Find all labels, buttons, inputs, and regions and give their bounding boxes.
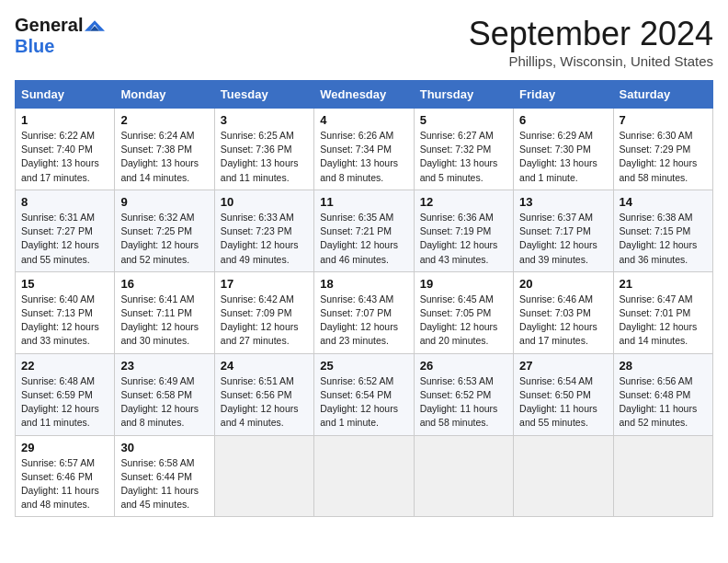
day-info: Sunrise: 6:25 AMSunset: 7:36 PMDaylight:…	[221, 129, 308, 185]
day-info: Sunrise: 6:52 AMSunset: 6:54 PMDaylight:…	[320, 374, 407, 431]
day-number: 25	[320, 359, 407, 373]
day-number: 5	[420, 113, 507, 127]
calendar-week-3: 15Sunrise: 6:40 AMSunset: 7:13 PMDayligh…	[16, 271, 713, 353]
day-number: 11	[320, 195, 407, 209]
calendar-cell: 19Sunrise: 6:45 AMSunset: 7:05 PMDayligh…	[414, 271, 513, 353]
calendar-cell: 20Sunrise: 6:46 AMSunset: 7:03 PMDayligh…	[514, 271, 613, 353]
day-number: 20	[519, 277, 607, 291]
calendar-cell: 8Sunrise: 6:31 AMSunset: 7:27 PMDaylight…	[16, 190, 115, 271]
calendar-header-sunday: Sunday	[16, 81, 115, 109]
calendar-week-2: 8Sunrise: 6:31 AMSunset: 7:27 PMDaylight…	[16, 190, 713, 271]
day-info: Sunrise: 6:30 AMSunset: 7:29 PMDaylight:…	[620, 129, 707, 185]
day-number: 24	[221, 359, 308, 373]
day-info: Sunrise: 6:49 AMSunset: 6:58 PMDaylight:…	[120, 374, 208, 431]
day-info: Sunrise: 6:54 AMSunset: 6:50 PMDaylight:…	[519, 374, 607, 431]
day-info: Sunrise: 6:42 AMSunset: 7:09 PMDaylight:…	[221, 293, 308, 349]
day-number: 8	[21, 195, 108, 209]
logo: General Blue	[15, 15, 105, 57]
day-number: 1	[21, 113, 108, 127]
day-number: 30	[120, 441, 208, 454]
calendar-cell: 30Sunrise: 6:58 AMSunset: 6:44 PMDayligh…	[115, 435, 214, 517]
day-info: Sunrise: 6:56 AMSunset: 6:48 PMDaylight:…	[620, 374, 707, 431]
calendar-cell: 17Sunrise: 6:42 AMSunset: 7:09 PMDayligh…	[214, 271, 313, 353]
day-number: 18	[320, 277, 407, 291]
calendar-header-monday: Monday	[115, 81, 214, 109]
calendar-header-thursday: Thursday	[414, 81, 513, 109]
day-info: Sunrise: 6:24 AMSunset: 7:38 PMDaylight:…	[120, 129, 208, 185]
calendar-cell: 5Sunrise: 6:27 AMSunset: 7:32 PMDaylight…	[414, 109, 513, 190]
day-number: 13	[519, 195, 607, 209]
calendar-cell: 6Sunrise: 6:29 AMSunset: 7:30 PMDaylight…	[514, 109, 613, 190]
month-title: September 2024	[469, 15, 713, 53]
calendar-cell: 16Sunrise: 6:41 AMSunset: 7:11 PMDayligh…	[115, 271, 214, 353]
calendar-header-friday: Friday	[514, 81, 613, 109]
day-number: 27	[519, 359, 607, 373]
day-info: Sunrise: 6:33 AMSunset: 7:23 PMDaylight:…	[221, 211, 308, 267]
calendar-cell: 15Sunrise: 6:40 AMSunset: 7:13 PMDayligh…	[16, 271, 115, 353]
logo-blue: Blue	[15, 36, 54, 57]
calendar-cell	[314, 435, 414, 517]
day-number: 6	[519, 113, 607, 127]
header: General Blue September 2024 Phillips, Wi…	[15, 15, 713, 69]
calendar-cell: 28Sunrise: 6:56 AMSunset: 6:48 PMDayligh…	[613, 353, 712, 435]
calendar-cell: 4Sunrise: 6:26 AMSunset: 7:34 PMDaylight…	[314, 109, 414, 190]
calendar-cell: 25Sunrise: 6:52 AMSunset: 6:54 PMDayligh…	[314, 353, 414, 435]
calendar-cell: 14Sunrise: 6:38 AMSunset: 7:15 PMDayligh…	[613, 190, 712, 271]
calendar-cell: 12Sunrise: 6:36 AMSunset: 7:19 PMDayligh…	[414, 190, 513, 271]
calendar-cell: 29Sunrise: 6:57 AMSunset: 6:46 PMDayligh…	[16, 435, 115, 517]
day-info: Sunrise: 6:22 AMSunset: 7:40 PMDaylight:…	[21, 129, 108, 185]
day-info: Sunrise: 6:35 AMSunset: 7:21 PMDaylight:…	[320, 211, 407, 267]
day-info: Sunrise: 6:43 AMSunset: 7:07 PMDaylight:…	[320, 293, 407, 349]
day-info: Sunrise: 6:45 AMSunset: 7:05 PMDaylight:…	[420, 293, 507, 349]
day-info: Sunrise: 6:46 AMSunset: 7:03 PMDaylight:…	[519, 293, 607, 349]
calendar-cell: 7Sunrise: 6:30 AMSunset: 7:29 PMDaylight…	[613, 109, 712, 190]
calendar-cell: 1Sunrise: 6:22 AMSunset: 7:40 PMDaylight…	[16, 109, 115, 190]
day-number: 3	[221, 113, 308, 127]
day-info: Sunrise: 6:36 AMSunset: 7:19 PMDaylight:…	[420, 211, 507, 267]
calendar-header-row: SundayMondayTuesdayWednesdayThursdayFrid…	[16, 81, 713, 109]
day-info: Sunrise: 6:57 AMSunset: 6:46 PMDaylight:…	[21, 456, 108, 512]
day-info: Sunrise: 6:47 AMSunset: 7:01 PMDaylight:…	[620, 293, 707, 349]
day-info: Sunrise: 6:53 AMSunset: 6:52 PMDaylight:…	[420, 374, 507, 431]
calendar-cell: 22Sunrise: 6:48 AMSunset: 6:59 PMDayligh…	[16, 353, 115, 435]
calendar-cell: 2Sunrise: 6:24 AMSunset: 7:38 PMDaylight…	[115, 109, 214, 190]
day-info: Sunrise: 6:51 AMSunset: 6:56 PMDaylight:…	[221, 374, 308, 431]
calendar-header-saturday: Saturday	[613, 81, 712, 109]
day-info: Sunrise: 6:48 AMSunset: 6:59 PMDaylight:…	[21, 374, 108, 431]
day-info: Sunrise: 6:27 AMSunset: 7:32 PMDaylight:…	[420, 129, 507, 185]
day-info: Sunrise: 6:40 AMSunset: 7:13 PMDaylight:…	[21, 293, 108, 349]
calendar-header-tuesday: Tuesday	[214, 81, 313, 109]
calendar-cell: 10Sunrise: 6:33 AMSunset: 7:23 PMDayligh…	[214, 190, 313, 271]
calendar-cell: 9Sunrise: 6:32 AMSunset: 7:25 PMDaylight…	[115, 190, 214, 271]
calendar-week-1: 1Sunrise: 6:22 AMSunset: 7:40 PMDaylight…	[16, 109, 713, 190]
calendar-cell: 21Sunrise: 6:47 AMSunset: 7:01 PMDayligh…	[613, 271, 712, 353]
title-area: September 2024 Phillips, Wisconsin, Unit…	[469, 15, 713, 69]
day-number: 10	[221, 195, 308, 209]
day-number: 26	[420, 359, 507, 373]
calendar-week-4: 22Sunrise: 6:48 AMSunset: 6:59 PMDayligh…	[16, 353, 713, 435]
day-number: 15	[21, 277, 108, 291]
day-number: 23	[120, 359, 208, 373]
calendar-cell: 11Sunrise: 6:35 AMSunset: 7:21 PMDayligh…	[314, 190, 414, 271]
day-info: Sunrise: 6:32 AMSunset: 7:25 PMDaylight:…	[120, 211, 208, 267]
logo-icon	[85, 17, 105, 34]
day-number: 7	[620, 113, 707, 127]
day-number: 12	[420, 195, 507, 209]
calendar-header-wednesday: Wednesday	[314, 81, 414, 109]
calendar-cell	[514, 435, 613, 517]
day-number: 9	[120, 195, 208, 209]
calendar-cell: 18Sunrise: 6:43 AMSunset: 7:07 PMDayligh…	[314, 271, 414, 353]
day-number: 17	[221, 277, 308, 291]
day-number: 28	[620, 359, 707, 373]
calendar-cell: 26Sunrise: 6:53 AMSunset: 6:52 PMDayligh…	[414, 353, 513, 435]
day-number: 16	[120, 277, 208, 291]
calendar-cell	[214, 435, 313, 517]
calendar-cell: 24Sunrise: 6:51 AMSunset: 6:56 PMDayligh…	[214, 353, 313, 435]
logo-general: General	[15, 15, 83, 36]
calendar-cell: 13Sunrise: 6:37 AMSunset: 7:17 PMDayligh…	[514, 190, 613, 271]
day-number: 14	[620, 195, 707, 209]
day-info: Sunrise: 6:26 AMSunset: 7:34 PMDaylight:…	[320, 129, 407, 185]
day-number: 22	[21, 359, 108, 373]
calendar-cell: 23Sunrise: 6:49 AMSunset: 6:58 PMDayligh…	[115, 353, 214, 435]
day-info: Sunrise: 6:29 AMSunset: 7:30 PMDaylight:…	[519, 129, 607, 185]
